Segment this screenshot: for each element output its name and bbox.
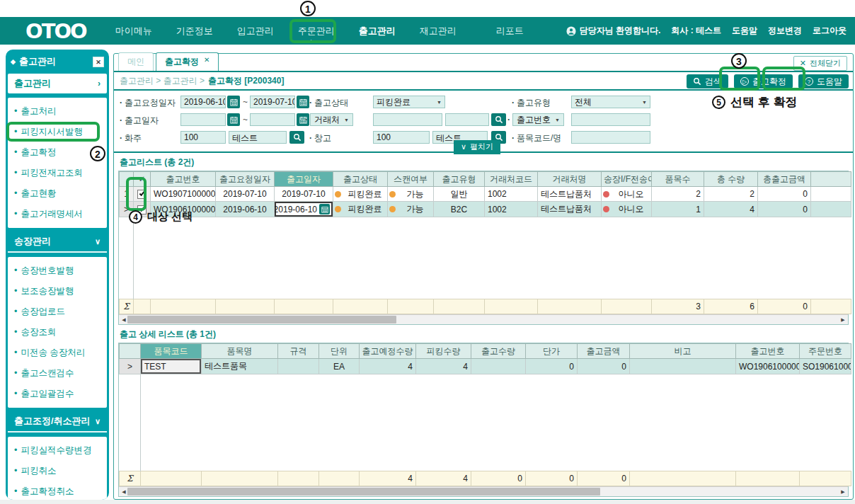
close-all-button[interactable]: ✕ 전체닫기 <box>793 56 847 71</box>
cell-type[interactable]: B2C <box>434 202 485 217</box>
menu-report[interactable]: 리포트 <box>484 25 536 38</box>
help-link[interactable]: 도움말 <box>732 25 757 37</box>
col-order-no[interactable]: 주문번호 <box>800 344 851 359</box>
owner-search-icon[interactable] <box>289 131 304 144</box>
request-date-from-input[interactable]: 2019-06-10 <box>180 96 226 108</box>
cell-partner-code[interactable]: 1002 <box>485 187 538 202</box>
sidebar-item-outbound-process[interactable]: 출고처리 <box>8 101 107 122</box>
calendar-icon[interactable] <box>227 113 240 126</box>
cell-scan[interactable]: 가능 <box>388 187 434 202</box>
sidebar-item-invoice-search[interactable]: 송장조회 <box>8 322 107 343</box>
cell-total-qty[interactable]: 4 <box>704 202 758 217</box>
sidebar-close-icon[interactable]: ✕ <box>93 57 104 67</box>
sidebar-section-adjust-cancel[interactable]: 출고조정/취소관리 ∨ <box>8 411 107 433</box>
col-ship-no[interactable]: 출고번호 <box>736 344 800 359</box>
cell-status[interactable]: 피킹완료 <box>333 202 388 217</box>
col-total-amount[interactable]: 총출고금액 <box>758 172 811 187</box>
item-code-name-input[interactable] <box>571 131 650 144</box>
menu-inventory[interactable]: 재고관리 <box>408 25 469 38</box>
partner-search-icon[interactable] <box>491 113 506 126</box>
col-ship-no[interactable]: 출고번호 <box>151 172 216 187</box>
sidebar-item-invoice-no-issue[interactable]: 송장번호발행 <box>8 260 107 281</box>
cell-invoice-sent[interactable]: 아니오 <box>602 202 652 217</box>
cell-type[interactable]: 일반 <box>434 187 485 202</box>
tab-main[interactable]: 메인 <box>118 52 154 71</box>
cell-partner-name[interactable]: 테스트납품처 <box>538 202 602 217</box>
help-button[interactable]: ? 도움말 <box>798 74 849 88</box>
sidebar-item-confirm-cancel[interactable]: 출고확정취소 <box>8 481 107 500</box>
partner-code-input[interactable] <box>373 113 442 126</box>
request-date-to-input[interactable]: 2019-07-10 <box>250 96 295 108</box>
tab-close-icon[interactable]: ✕ <box>204 56 210 68</box>
cell-status[interactable]: 피킹완료 <box>333 187 388 202</box>
ship-no-select[interactable]: 출고번호 ▼ <box>512 113 564 126</box>
tab-outbound-confirm[interactable]: 출고확정 ✕ <box>156 52 219 71</box>
sidebar-item-outbound-status[interactable]: 출고현황 <box>8 183 107 204</box>
cell-picking-qty[interactable]: 4 <box>416 359 471 374</box>
col-invoice-sent[interactable]: 송장I/F전송여부 <box>602 172 652 187</box>
col-select-all[interactable]: ✓ <box>134 172 151 187</box>
cell-partner-name[interactable]: 테스트납품처 <box>538 187 602 202</box>
ship-date-to-input[interactable] <box>250 113 295 126</box>
cell-ship-qty[interactable] <box>471 359 526 374</box>
sidebar-item-outbound-scan-check[interactable]: 출고스캔검수 <box>8 363 107 384</box>
search-button[interactable]: 검색 <box>687 74 728 88</box>
ship-type-select[interactable]: 전체 ▼ <box>571 96 650 108</box>
ship-date-from-input[interactable] <box>180 113 226 126</box>
col-total-qty[interactable]: 총 수량 <box>704 172 758 187</box>
owner-code-input[interactable]: 100 <box>180 131 226 144</box>
sidebar-item-picking-qty-change[interactable]: 피킹실적수량변경 <box>8 440 107 461</box>
grid2-horizontal-scrollbar[interactable]: ◀ ▶ <box>119 486 848 496</box>
cell-ship-date[interactable]: 2019-07-10 <box>275 187 333 202</box>
scrollbar-thumb[interactable] <box>127 316 396 323</box>
cell-spec[interactable] <box>278 359 319 374</box>
col-partner-name[interactable]: 거래처명 <box>538 172 602 187</box>
sidebar-item-outbound-batch-check[interactable]: 출고일괄검수 <box>8 384 107 404</box>
menu-outbound[interactable]: 출고관리 <box>347 25 408 38</box>
cell-ship-no[interactable]: WO1906100000231 <box>736 359 800 374</box>
account-settings-link[interactable]: 정보변경 <box>768 25 802 37</box>
partner-name-input[interactable] <box>445 113 489 126</box>
col-amount[interactable]: 출고금액 <box>578 344 630 359</box>
row-checkbox[interactable] <box>137 190 147 199</box>
col-note[interactable]: 비고 <box>630 344 736 359</box>
sidebar-item-invoice-upload[interactable]: 송장업로드 <box>8 302 107 322</box>
menu-master[interactable]: 기준정보 <box>164 25 225 38</box>
menu-my[interactable]: 마이메뉴 <box>103 25 164 38</box>
cell-request-date[interactable]: 2019-07-10 <box>216 187 275 202</box>
sidebar-section-outbound[interactable]: 출고관리 › <box>8 74 107 93</box>
menu-inbound[interactable]: 입고관리 <box>225 25 286 38</box>
col-ship-date[interactable]: 출고일자 <box>275 172 333 187</box>
cell-note[interactable] <box>630 359 736 374</box>
warehouse-code-input[interactable]: 100 <box>373 131 430 144</box>
col-unit[interactable]: 단위 <box>319 344 360 359</box>
col-request-date[interactable]: 출고요청일자 <box>216 172 275 187</box>
col-ship-qty[interactable]: 출고수량 <box>471 344 526 359</box>
sidebar-item-unsent-invoice[interactable]: 미전송 송장처리 <box>8 343 107 363</box>
col-status[interactable]: 출고상태 <box>333 172 388 187</box>
col-item-name[interactable]: 품목명 <box>202 344 278 359</box>
cell-ship-no[interactable]: WO1907100000001 <box>151 187 216 202</box>
calendar-icon[interactable] <box>227 96 240 108</box>
cell-item-name[interactable]: 테스트품목 <box>202 359 278 374</box>
sidebar-section-invoice[interactable]: 송장관리 ∨ <box>8 231 107 253</box>
col-type[interactable]: 출고유형 <box>434 172 485 187</box>
ship-status-select[interactable]: 피킹완료 ▼ <box>373 96 445 108</box>
cell-plan-qty[interactable]: 4 <box>360 359 416 374</box>
ship-no-input[interactable] <box>571 113 650 126</box>
cell-unit[interactable]: EA <box>319 359 360 374</box>
cell-order-no[interactable]: SO1906100000 <box>800 359 851 374</box>
calendar-icon[interactable] <box>319 204 330 214</box>
col-item-count[interactable]: 품목수 <box>652 172 704 187</box>
cell-amount[interactable]: 0 <box>578 359 630 374</box>
cell-item-count[interactable]: 2 <box>652 187 704 202</box>
cell-request-date[interactable]: 2019-06-10 <box>216 202 275 217</box>
cell-unit-price[interactable]: 0 <box>526 359 578 374</box>
row-number[interactable]: 1 <box>120 187 134 202</box>
partner-select[interactable]: 거래처 ▼ <box>310 113 353 126</box>
scroll-right-icon[interactable]: ▶ <box>838 315 848 324</box>
sidebar-item-outbound-statement[interactable]: 출고거래명세서 <box>8 204 107 224</box>
col-partner-code[interactable]: 거래처코드 <box>485 172 538 187</box>
cell-ship-date-editing[interactable]: 2019-06-10 <box>275 202 333 217</box>
cell-item-code-selected[interactable]: TEST <box>141 359 202 374</box>
